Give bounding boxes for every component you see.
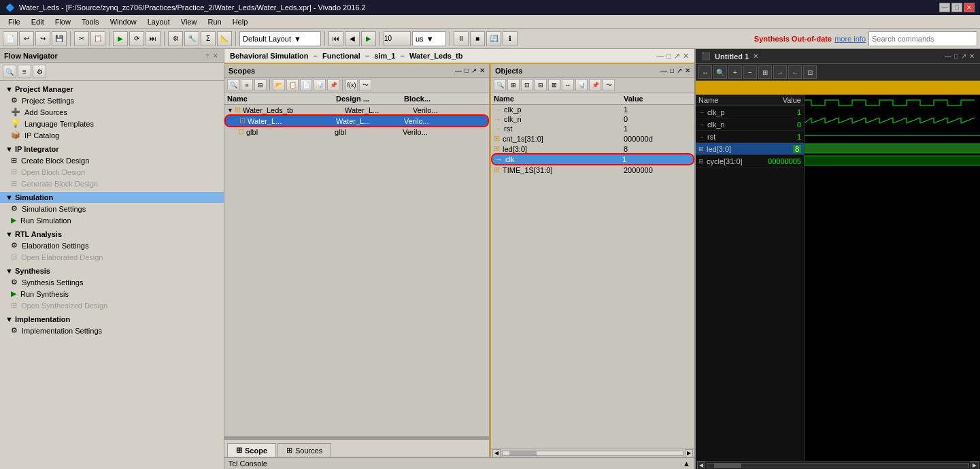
- play-button[interactable]: ▶: [361, 31, 376, 46]
- wave-row-led[interactable]: ⊞ led[3:0] 8: [696, 143, 804, 155]
- sim-restore-button[interactable]: □: [666, 52, 671, 60]
- obj-row-led[interactable]: ⊞ led[3:0] 8: [491, 144, 694, 154]
- nav-implementation-settings[interactable]: ⚙ Implementation Settings: [0, 325, 224, 336]
- elaborate-button[interactable]: 🔧: [184, 31, 199, 46]
- wave-scroll-left[interactable]: ◀: [697, 462, 705, 470]
- project-manager-header[interactable]: ▼ Project Manager: [0, 84, 224, 95]
- obj-btn4[interactable]: ⊠: [548, 79, 560, 91]
- stop-button[interactable]: ■: [470, 31, 485, 46]
- menu-view[interactable]: View: [175, 16, 203, 27]
- loop-button[interactable]: 🔄: [486, 31, 501, 46]
- wave-scroll-thumb[interactable]: [714, 464, 741, 468]
- scope-row-glbl[interactable]: ⊡ glbl glbl Verilo...: [224, 127, 489, 137]
- scopes-float-btn[interactable]: ↗: [471, 67, 477, 74]
- run-sim-button[interactable]: ▶: [113, 31, 128, 46]
- nav-add-sources[interactable]: ➕ Add Sources: [0, 106, 224, 118]
- maximize-button[interactable]: □: [951, 3, 962, 12]
- wave-tb-btn6[interactable]: →: [773, 65, 787, 79]
- nav-search-button[interactable]: 🔍: [3, 65, 16, 78]
- menu-help[interactable]: Help: [227, 16, 254, 27]
- nav-settings-button[interactable]: ⚙: [33, 65, 46, 78]
- nav-run-synthesis[interactable]: ▶ Run Synthesis: [0, 288, 224, 300]
- tab-scope[interactable]: ⊞ Scope: [227, 443, 276, 457]
- step-button[interactable]: ⏭: [146, 31, 160, 46]
- impl-button[interactable]: 📐: [217, 31, 232, 46]
- obj-btn2[interactable]: ⊡: [521, 79, 533, 91]
- sim-float-button[interactable]: ↗: [674, 52, 680, 61]
- scope-row-water-l[interactable]: ⊡ Water_L... Water_L... Verilo...: [226, 116, 488, 126]
- ip-integrator-header[interactable]: ▼ IP Integrator: [0, 144, 224, 155]
- rtl-analysis-header[interactable]: ▼ RTL Analysis: [0, 229, 224, 240]
- obj-close-btn[interactable]: ✕: [685, 67, 690, 74]
- float-button[interactable]: ?: [204, 52, 210, 59]
- time-unit-dropdown[interactable]: us ▼: [412, 31, 446, 46]
- sim-minimize-button[interactable]: —: [656, 52, 664, 60]
- wave-float-btn[interactable]: ↗: [961, 52, 966, 60]
- obj-scroll-left[interactable]: ◀: [492, 449, 501, 457]
- nav-simulation-settings[interactable]: ⚙ Simulation Settings: [0, 203, 224, 214]
- pause-button[interactable]: ⏸: [454, 31, 469, 46]
- more-info-link[interactable]: more info: [834, 35, 866, 43]
- obj-scroll-right[interactable]: ▶: [685, 449, 693, 457]
- tab-sources[interactable]: ⊞ Sources: [277, 443, 331, 457]
- scope-btn4[interactable]: 📂: [273, 79, 285, 91]
- cut-button[interactable]: ✂: [74, 31, 89, 46]
- tcl-expand-btn[interactable]: ▲: [683, 459, 690, 468]
- obj-float-btn[interactable]: ↗: [677, 67, 682, 74]
- obj-scroll-thumb[interactable]: [509, 451, 537, 455]
- scope-btn8[interactable]: 📌: [327, 79, 339, 91]
- obj-btn6[interactable]: 📊: [575, 79, 588, 91]
- wave-tb-btn8[interactable]: ⊡: [803, 65, 817, 79]
- restart-button[interactable]: ⟳: [129, 31, 144, 46]
- wave-tb-btn2[interactable]: 🔍: [713, 65, 727, 79]
- nav-language-templates[interactable]: 💡 Language Templates: [0, 118, 224, 129]
- layout-dropdown[interactable]: Default Layout ▼: [239, 31, 321, 46]
- scopes-restore-btn[interactable]: □: [464, 67, 469, 74]
- menu-edit[interactable]: Edit: [26, 16, 50, 27]
- scope-btn7[interactable]: 📊: [314, 79, 326, 91]
- obj-btn3[interactable]: ⊟: [535, 79, 547, 91]
- undo-button[interactable]: ↩: [19, 31, 34, 46]
- close-panel-button[interactable]: ✕: [212, 52, 220, 59]
- wave-row-rst[interactable]: → rst 1: [696, 131, 804, 143]
- simulation-header[interactable]: ▼ Simulation: [0, 192, 224, 203]
- nav-elaboration-settings[interactable]: ⚙ Elaboration Settings: [0, 240, 224, 251]
- redo-button[interactable]: ↪: [35, 31, 50, 46]
- copy-button[interactable]: 📋: [90, 31, 105, 46]
- save-button[interactable]: 💾: [52, 31, 67, 46]
- nav-ip-catalog[interactable]: 📦 IP Catalog: [0, 129, 224, 141]
- scopes-minimize-btn[interactable]: —: [455, 67, 462, 74]
- wave-restore-btn[interactable]: □: [954, 52, 958, 60]
- scope-btn6[interactable]: 📄: [300, 79, 312, 91]
- nav-expand-button[interactable]: ≡: [18, 65, 31, 78]
- obj-row-cnt-1s[interactable]: ⊞ cnt_1s[31:0] 000000d: [491, 133, 694, 144]
- compile-button[interactable]: ⚙: [168, 31, 183, 46]
- obj-restore-btn[interactable]: □: [670, 67, 674, 74]
- waveform-close-tab-btn[interactable]: ✕: [753, 52, 758, 60]
- scope-search-btn[interactable]: 🔍: [227, 79, 239, 91]
- obj-search-btn[interactable]: 🔍: [494, 79, 506, 91]
- rewind-button[interactable]: ⏮: [328, 31, 343, 46]
- scope-btn5[interactable]: 📋: [286, 79, 299, 91]
- nav-create-block-design[interactable]: ⊞ Create Block Design: [0, 155, 224, 166]
- scope-wave-btn[interactable]: 〜: [359, 79, 371, 91]
- obj-btn5[interactable]: ↔: [562, 79, 574, 91]
- menu-file[interactable]: File: [3, 16, 26, 27]
- wave-tb-btn7[interactable]: ←: [788, 65, 802, 79]
- menu-flow[interactable]: Flow: [50, 16, 76, 27]
- wave-minimize-btn[interactable]: —: [945, 52, 951, 60]
- obj-row-clk[interactable]: → clk 1: [492, 155, 693, 164]
- search-input[interactable]: [868, 31, 977, 46]
- menu-window[interactable]: Window: [105, 16, 142, 27]
- wave-tb-btn4[interactable]: −: [743, 65, 757, 79]
- time-input[interactable]: [384, 31, 411, 46]
- scope-expand-all-btn[interactable]: ≡: [241, 79, 253, 91]
- obj-btn7[interactable]: 📌: [589, 79, 601, 91]
- wave-scroll-track[interactable]: [707, 463, 969, 468]
- synthesis-header[interactable]: ▼ Synthesis: [0, 265, 224, 276]
- wave-row-clk-p[interactable]: → clk_p 1: [696, 106, 804, 118]
- nav-project-settings[interactable]: ⚙ Project Settings: [0, 95, 224, 106]
- nav-run-simulation[interactable]: ▶ Run Simulation: [0, 214, 224, 226]
- close-button[interactable]: ✕: [964, 3, 975, 12]
- obj-row-time-1s[interactable]: ⊞ TIME_1S[31:0] 2000000: [491, 165, 694, 175]
